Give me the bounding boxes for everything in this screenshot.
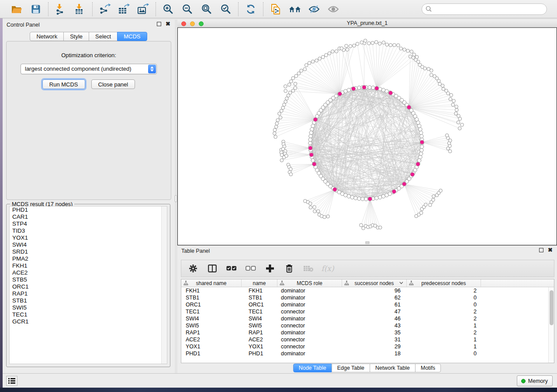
tab-edge-table[interactable]: Edge Table	[332, 364, 370, 372]
mcds-result-item[interactable]: YOX1	[10, 234, 167, 241]
network-node[interactable]	[438, 83, 442, 86]
network-node[interactable]	[308, 62, 311, 65]
network-node[interactable]	[280, 109, 283, 113]
network-node[interactable]	[290, 80, 293, 83]
float-panel-icon[interactable]	[157, 22, 161, 26]
network-node[interactable]	[408, 55, 412, 58]
table-row[interactable]: SWI5SWI5connector431	[181, 322, 548, 329]
cell-shared_name[interactable]: PHD1	[181, 350, 242, 357]
cell-successor_nodes[interactable]: 96	[342, 287, 407, 294]
network-node[interactable]	[382, 41, 385, 45]
cell-predecessor_nodes[interactable]: 1	[407, 336, 481, 343]
network-node[interactable]	[420, 145, 424, 148]
table-scrollbar-thumb[interactable]	[550, 290, 554, 325]
cell-mcds_role[interactable]: dominator	[277, 301, 342, 308]
network-node[interactable]	[397, 44, 400, 47]
network-node[interactable]	[379, 226, 382, 229]
network-node[interactable]	[458, 127, 461, 130]
network-node[interactable]	[378, 42, 382, 45]
tab-network[interactable]: Network	[30, 32, 64, 41]
network-node[interactable]	[275, 122, 279, 125]
network-node[interactable]	[403, 48, 406, 52]
mcds-result-item[interactable]: GCR1	[10, 318, 167, 325]
network-node[interactable]	[308, 141, 312, 145]
network-node[interactable]	[326, 215, 330, 218]
network-node[interactable]	[442, 87, 445, 91]
network-node[interactable]	[452, 99, 456, 103]
cell-successor_nodes[interactable]: 35	[342, 329, 407, 336]
network-node[interactable]	[350, 196, 354, 199]
network-node[interactable]	[291, 89, 295, 93]
cell-successor_nodes[interactable]: 62	[342, 294, 407, 301]
close-panel-icon[interactable]: ✖	[166, 22, 170, 26]
network-node[interactable]	[371, 86, 375, 89]
mcds-result-item[interactable]: SWI4	[10, 241, 167, 248]
network-hub-node[interactable]	[352, 87, 356, 91]
select-all-button[interactable]	[224, 261, 239, 275]
network-node[interactable]	[309, 131, 313, 134]
network-hub-node[interactable]	[312, 162, 316, 166]
table-row[interactable]: SWI4SWI4dominator462	[181, 315, 548, 322]
column-header-MCDS-role[interactable]: MCDS role	[277, 279, 342, 287]
network-node[interactable]	[419, 152, 423, 155]
network-node[interactable]	[335, 50, 338, 53]
cell-name[interactable]: SWI5	[242, 322, 277, 329]
network-node[interactable]	[354, 196, 357, 200]
cell-shared_name[interactable]: FKH1	[181, 287, 242, 294]
network-node[interactable]	[284, 89, 287, 93]
cell-successor_nodes[interactable]: 29	[342, 343, 407, 350]
network-node[interactable]	[457, 121, 460, 124]
cell-successor_nodes[interactable]: 18	[342, 350, 407, 357]
cell-shared_name[interactable]: STB1	[181, 294, 242, 301]
network-hub-node[interactable]	[416, 162, 420, 166]
network-node[interactable]	[331, 50, 335, 53]
table-row[interactable]: PHD1PHD1dominator180	[181, 350, 548, 357]
network-node[interactable]	[419, 131, 423, 134]
network-node[interactable]	[345, 44, 348, 48]
network-node[interactable]	[457, 114, 460, 118]
cell-shared_name[interactable]: ACE2	[181, 336, 242, 343]
table-row[interactable]: ACE2ACE2connector311	[181, 336, 548, 343]
cell-predecessor_nodes[interactable]: 0	[407, 294, 481, 301]
network-node[interactable]	[367, 41, 371, 45]
mcds-result-item[interactable]: TID3	[10, 227, 167, 234]
function-builder-button[interactable]: f(x)	[320, 261, 335, 275]
network-node[interactable]	[393, 44, 396, 47]
mcds-result-item[interactable]: STB1	[10, 297, 167, 304]
network-node[interactable]	[418, 158, 421, 162]
show-all-button[interactable]	[325, 2, 341, 17]
network-node[interactable]	[309, 134, 312, 138]
network-node[interactable]	[285, 97, 289, 100]
network-node[interactable]	[294, 82, 297, 86]
add-column-button[interactable]	[263, 261, 277, 275]
network-node[interactable]	[432, 198, 435, 202]
network-node[interactable]	[432, 195, 436, 198]
network-node[interactable]	[455, 105, 458, 109]
network-node[interactable]	[420, 134, 423, 138]
tab-style[interactable]: Style	[63, 32, 89, 41]
network-node[interactable]	[347, 195, 350, 198]
network-node[interactable]	[419, 155, 422, 159]
network-node[interactable]	[274, 135, 277, 139]
column-header-successor-nodes[interactable]: successor nodes	[342, 279, 407, 287]
network-node[interactable]	[283, 103, 286, 107]
delete-table-button[interactable]	[301, 261, 316, 275]
network-node[interactable]	[406, 49, 410, 53]
settings-button[interactable]	[186, 261, 201, 275]
network-node[interactable]	[360, 224, 363, 227]
network-node[interactable]	[284, 100, 287, 103]
cell-successor_nodes[interactable]: 46	[342, 315, 407, 322]
cell-mcds_role[interactable]: connector	[277, 322, 342, 329]
network-node[interactable]	[381, 88, 385, 92]
close-panel-button[interactable]: Close panel	[91, 79, 135, 89]
network-node[interactable]	[311, 124, 315, 127]
network-node[interactable]	[361, 197, 364, 201]
network-graph[interactable]	[178, 28, 557, 245]
task-history-button[interactable]	[6, 376, 17, 386]
network-node[interactable]	[310, 127, 314, 131]
network-canvas[interactable]	[177, 28, 557, 245]
mcds-result-item[interactable]: PMA2	[10, 255, 167, 262]
network-node[interactable]	[280, 158, 284, 162]
tab-network-table[interactable]: Network Table	[370, 364, 415, 372]
open-file-button[interactable]	[9, 2, 24, 17]
